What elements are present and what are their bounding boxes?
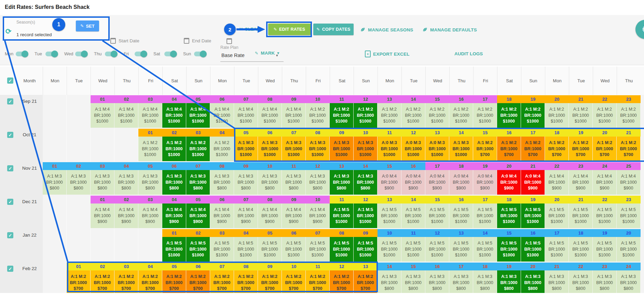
rate-cell[interactable]: 01A:1 M:2BR:1000$1000 [138,129,162,161]
rate-cell[interactable]: 19A:1 M:5BR:1000$1000 [521,196,545,228]
rate-cell[interactable]: 17A:1 M:3BR:1000$800 [449,263,473,295]
rate-cell[interactable]: 23A:1 M:3BR:1000$800 [593,263,617,295]
rate-cell[interactable]: 18A:0 M:4BR:1000$900 [449,162,473,195]
rate-cell[interactable]: 17A:1 M:2BR:1000$1000 [473,95,497,128]
start-date-field[interactable]: Start Date [110,38,139,44]
rate-cell[interactable]: 16A:1 M:2BR:1000$700 [497,129,521,161]
rate-cell[interactable]: 15A:1 M:2BR:1000$700 [473,129,497,161]
rate-cell[interactable]: 09A:1 M:4BR:1000$900 [282,196,306,228]
rate-cell[interactable]: 08A:1 M:2BR:1000$700 [234,263,258,295]
row-checkbox[interactable]: ✓ [7,232,13,238]
rate-cell[interactable]: 04A:1 M:3BR:1000$800 [114,162,138,195]
rate-cell[interactable]: 07A:1 M:3BR:1000$800 [186,162,210,195]
rate-cell[interactable]: 13A:1 M:3BR:1000$800 [330,162,354,195]
copy-dates-button[interactable]: ✎ COPY DATES [313,24,354,35]
rate-cell[interactable]: 08A:1 M:5BR:1000$1000 [330,229,354,262]
rate-cell[interactable]: 16A:1 M:5BR:1000$1000 [521,229,545,262]
rate-cell[interactable]: 07A:1 M:3BR:1000$1000 [282,129,306,161]
rate-cell[interactable]: 21A:0 M:4BR:1000$900 [521,162,545,195]
rate-cell[interactable]: 11A:0 M:3BR:1000$1000 [378,129,401,161]
rate-cell[interactable]: 05A:1 M:3BR:1000$1000 [234,129,258,161]
rate-cell[interactable]: 05A:1 M:5BR:1000$1000 [258,229,282,262]
rate-cell[interactable]: 06A:1 M:3BR:1000$800 [162,162,186,195]
rate-cell[interactable]: 19A:0 M:4BR:1000$900 [473,162,497,195]
rate-cell[interactable]: 08A:1 M:4BR:1000$1000 [258,95,282,128]
rate-cell[interactable]: 06A:1 M:3BR:1000$1000 [258,129,282,161]
rate-cell[interactable]: 03A:1 M:5BR:1000$1000 [210,229,234,262]
rate-cell[interactable]: 07A:1 M:5BR:1000$1000 [306,229,330,262]
rate-cell[interactable]: 10A:1 M:2BR:1000$1000 [306,95,330,128]
rate-cell[interactable]: 19A:1 M:5BR:1000$1000 [593,229,617,262]
dow-toggle-sun[interactable] [194,52,206,56]
rate-cell[interactable]: 19A:1 M:2BR:1000$1000 [521,95,545,128]
rate-cell[interactable]: 03A:1 M:2BR:1000$1000 [186,129,210,161]
rate-cell[interactable]: 17A:0 M:4BR:1000$900 [425,162,449,195]
rate-cell[interactable]: 09A:1 M:3BR:1000$1000 [330,129,354,161]
rate-cell[interactable]: 04A:1 M:2BR:1000$1000 [210,129,234,161]
rate-cell[interactable]: 22A:1 M:5BR:1000$1000 [593,196,617,228]
rate-cell[interactable]: 12A:0 M:3BR:1000$1000 [401,129,425,161]
rate-cell[interactable]: 25A:1 M:4BR:1000$900 [617,162,641,195]
rate-cell[interactable]: 11A:1 M:2BR:1000$700 [306,263,330,295]
rate-cell[interactable]: 12A:1 M:2BR:1000$700 [330,263,354,295]
rate-cell[interactable]: 12A:1 M:3BR:1000$800 [306,162,330,195]
rate-cell[interactable]: 02A:1 M:2BR:1000$700 [91,263,114,295]
rate-cell[interactable]: 13A:1 M:2BR:1000$700 [354,263,378,295]
calendar-icon[interactable] [227,38,232,44]
row-checkbox[interactable]: ✓ [7,266,13,272]
rate-cell[interactable]: 13A:1 M:5BR:1000$1000 [378,196,401,228]
rate-cell[interactable]: 18A:1 M:5BR:1000$1000 [569,229,593,262]
rate-cell[interactable]: 18A:1 M:2BR:1000$700 [545,129,569,161]
rate-cell[interactable]: 23A:1 M:4BR:1000$900 [569,162,593,195]
rate-cell[interactable]: 19A:1 M:2BR:1000$700 [569,129,593,161]
rate-cell[interactable]: 24A:1 M:3BR:1000$800 [617,263,641,295]
rate-cell[interactable]: 12A:1 M:5BR:1000$1000 [354,196,378,228]
row-checkbox[interactable]: ✓ [7,165,13,171]
rate-cell[interactable]: 19A:1 M:3BR:1000$800 [497,263,521,295]
dow-toggle-sat[interactable] [164,52,176,56]
rate-cell[interactable]: 13A:1 M:5BR:1000$1000 [449,229,473,262]
rate-cell[interactable]: 22A:1 M:3BR:1000$800 [569,263,593,295]
rate-cell[interactable]: 16A:1 M:2BR:1000$1000 [449,95,473,128]
rate-cell[interactable]: 05A:1 M:2BR:1000$700 [162,263,186,295]
rate-cell[interactable]: 11A:1 M:5BR:1000$1000 [330,196,354,228]
rate-cell[interactable]: 02A:1 M:5BR:1000$1000 [186,229,210,262]
clear-button[interactable]: ✕ CLEAR [239,27,260,32]
rate-cell[interactable]: 13A:1 M:2BR:1000$1000 [378,95,401,128]
rate-cell[interactable]: 01A:1 M:3BR:1000$800 [43,162,67,195]
rate-cell[interactable]: 12A:1 M:2BR:1000$1000 [354,95,378,128]
rate-cell[interactable]: 10A:1 M:2BR:1000$700 [282,263,306,295]
rate-cell[interactable]: 03A:1 M:4BR:1000$1000 [138,95,162,128]
rate-cell[interactable]: 23A:1 M:5BR:1000$1000 [617,196,641,228]
rate-cell[interactable]: 06A:1 M:4BR:1000$1000 [210,95,234,128]
rate-cell[interactable]: 01A:1 M:4BR:1000$900 [91,196,114,228]
set-button[interactable]: ✎ SET [76,20,99,31]
rate-cell[interactable]: 02A:1 M:3BR:1000$800 [67,162,91,195]
mark-button[interactable]: ✎ MARK ▾ [255,51,279,56]
rate-cell[interactable]: 09A:1 M:3BR:1000$800 [234,162,258,195]
rate-cell[interactable]: 01A:1 M:4BR:1000$1000 [91,95,114,128]
rate-cell[interactable]: 22A:1 M:2BR:1000$1000 [593,95,617,128]
rate-cell[interactable]: 01A:1 M:2BR:1000$700 [67,263,91,295]
manage-defaults-button[interactable]: MANAGE DEFAULTS [422,27,477,32]
dow-toggle-wed[interactable] [75,52,87,56]
rate-cell[interactable]: 20A:0 M:4BR:1000$900 [497,162,521,195]
rate-cell[interactable]: 15A:1 M:3BR:1000$800 [401,263,425,295]
rate-cell[interactable]: 14A:1 M:3BR:1000$1000 [449,129,473,161]
rate-cell[interactable]: 16A:1 M:3BR:1000$800 [425,263,449,295]
rate-cell[interactable]: 11A:1 M:2BR:1000$1000 [330,95,354,128]
row-checkbox[interactable]: ✓ [7,199,13,205]
rate-cell[interactable]: 12A:1 M:5BR:1000$1000 [425,229,449,262]
rate-cell[interactable]: 06A:1 M:5BR:1000$1000 [282,229,306,262]
rate-cell[interactable]: 16A:1 M:5BR:1000$1000 [449,196,473,228]
rate-cell[interactable]: 20A:1 M:2BR:1000$1000 [545,95,569,128]
dow-toggle-thu[interactable] [105,52,117,56]
dow-toggle-tue[interactable] [45,52,57,56]
rate-cell[interactable]: 10A:1 M:3BR:1000$800 [258,162,282,195]
rate-cell[interactable]: 22A:1 M:4BR:1000$900 [545,162,569,195]
rate-cell[interactable]: 09A:1 M:4BR:1000$1000 [282,95,306,128]
rate-cell[interactable]: 14A:1 M:5BR:1000$1000 [473,229,497,262]
rate-cell[interactable]: 14A:1 M:3BR:1000$800 [354,162,378,195]
rate-cell[interactable]: 15A:0 M:4BR:1000$900 [378,162,401,195]
rate-cell[interactable]: 07A:1 M:2BR:1000$700 [210,263,234,295]
